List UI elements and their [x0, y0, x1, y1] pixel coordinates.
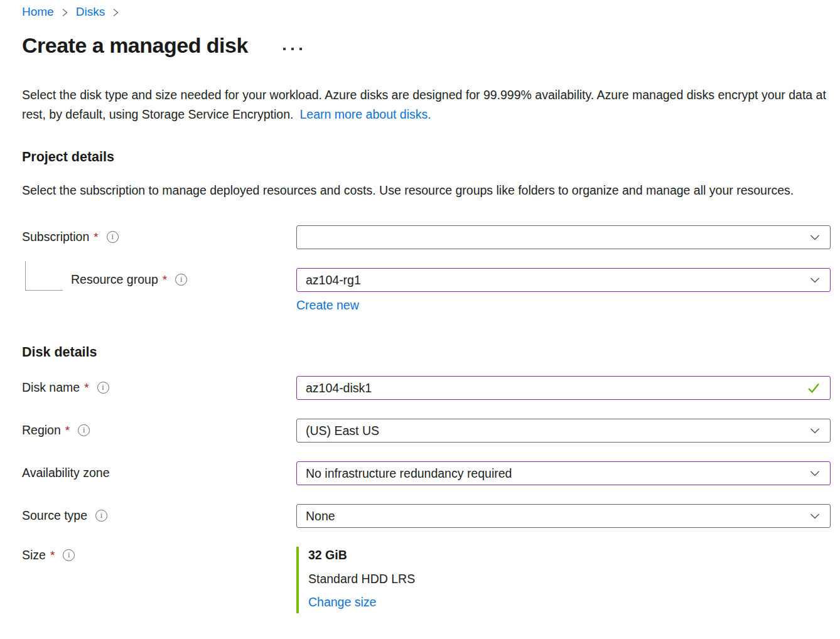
chevron-down-icon [809, 274, 821, 286]
required-asterisk: * [65, 424, 70, 438]
breadcrumb-disks-link[interactable]: Disks [76, 5, 105, 19]
availability-zone-row: Availability zone No infrastructure redu… [22, 461, 831, 485]
chevron-down-icon [809, 424, 821, 437]
size-label: Size [22, 548, 46, 562]
source-type-row: Source type i None [22, 504, 831, 528]
region-dropdown[interactable]: (US) East US [296, 419, 831, 443]
disk-name-row: Disk name * i az104-disk1 [22, 376, 831, 400]
create-managed-disk-page: Home Disks Create a managed disk Select … [0, 0, 840, 639]
availability-zone-dropdown[interactable]: No infrastructure redundancy required [296, 461, 831, 485]
info-icon[interactable]: i [97, 382, 109, 394]
required-asterisk: * [163, 273, 167, 287]
learn-more-link[interactable]: Learn more about disks. [299, 107, 431, 121]
availability-zone-label: Availability zone [22, 466, 109, 480]
title-row: Create a managed disk [22, 33, 831, 58]
required-asterisk: * [84, 381, 89, 395]
change-size-link[interactable]: Change size [308, 595, 376, 609]
project-details-form: Subscription * i Resource group * i [22, 225, 831, 613]
region-row: Region * i (US) East US [22, 419, 831, 443]
size-sku: Standard HDD LRS [308, 572, 831, 586]
disk-name-value: az104-disk1 [306, 381, 801, 395]
ellipsis-menu-icon[interactable] [281, 45, 304, 53]
resource-group-dropdown[interactable]: az104-rg1 [296, 268, 831, 292]
valid-check-icon [806, 380, 821, 395]
info-icon[interactable]: i [107, 231, 119, 243]
chevron-right-icon [112, 7, 119, 18]
create-new-link[interactable]: Create new [296, 298, 359, 313]
region-label: Region [22, 423, 61, 438]
disk-name-label: Disk name [22, 380, 80, 395]
required-asterisk: * [50, 549, 55, 562]
subscription-dropdown[interactable] [296, 225, 831, 249]
resource-group-label: Resource group [71, 272, 158, 287]
source-type-value: None [306, 509, 804, 524]
breadcrumb: Home Disks [22, 5, 831, 19]
chevron-down-icon [809, 231, 821, 244]
region-label-group: Region * i [22, 419, 296, 438]
disk-name-label-group: Disk name * i [22, 376, 296, 395]
breadcrumb-home-link[interactable]: Home [22, 5, 54, 19]
subscription-label: Subscription [22, 230, 89, 244]
info-icon[interactable]: i [175, 274, 187, 286]
disk-details-heading: Disk details [22, 345, 831, 360]
subscription-label-group: Subscription * i [22, 225, 296, 244]
chevron-down-icon [809, 467, 821, 480]
chevron-down-icon [809, 510, 821, 522]
page-title: Create a managed disk [22, 33, 248, 58]
source-type-label: Source type [22, 508, 87, 523]
availability-zone-label-group: Availability zone [22, 461, 296, 480]
project-details-heading: Project details [22, 149, 831, 165]
intro-paragraph: Select the disk type and size needed for… [22, 85, 829, 124]
region-value: (US) East US [306, 424, 804, 438]
project-details-description: Select the subscription to manage deploy… [22, 181, 819, 200]
info-icon[interactable]: i [63, 549, 75, 561]
indent-connector-line [25, 261, 63, 291]
resource-group-row: Resource group * i az104-rg1 Create new [22, 268, 831, 313]
resource-group-label-group: Resource group * i [22, 268, 296, 287]
size-summary-block: 32 GiB Standard HDD LRS Change size [296, 547, 831, 613]
source-type-dropdown[interactable]: None [296, 504, 831, 528]
size-value: 32 GiB [308, 548, 831, 562]
source-type-label-group: Source type i [22, 504, 296, 523]
size-row: Size * i 32 GiB Standard HDD LRS Change … [22, 547, 831, 613]
availability-zone-value: No infrastructure redundancy required [306, 466, 804, 481]
info-icon[interactable]: i [95, 510, 107, 522]
chevron-right-icon [62, 7, 68, 18]
info-icon[interactable]: i [78, 424, 90, 436]
required-asterisk: * [94, 230, 98, 244]
subscription-row: Subscription * i [22, 225, 831, 249]
resource-group-value: az104-rg1 [306, 273, 804, 287]
size-label-group: Size * i [22, 547, 296, 562]
disk-name-input[interactable]: az104-disk1 [296, 376, 831, 400]
